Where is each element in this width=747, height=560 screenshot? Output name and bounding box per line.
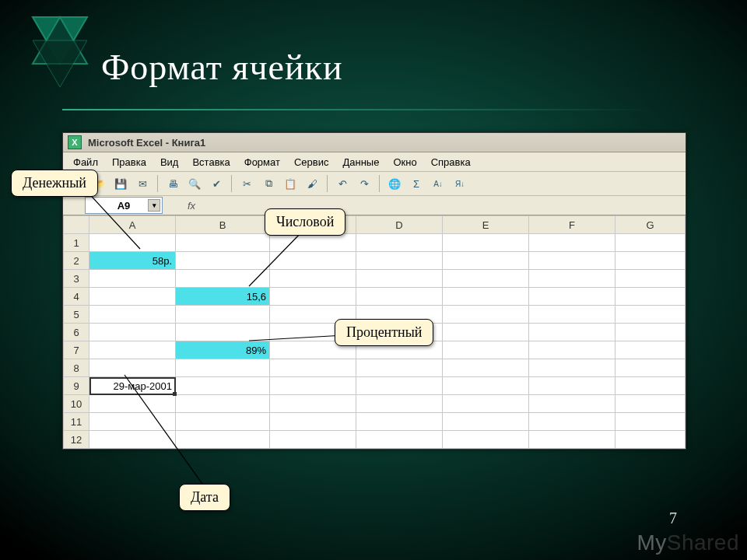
cell-C10[interactable] — [270, 395, 356, 413]
cell-D8[interactable] — [356, 359, 443, 377]
cell-C8[interactable] — [270, 359, 356, 377]
cell-C2[interactable] — [270, 252, 356, 270]
cell-A1[interactable] — [89, 234, 176, 252]
cell-F12[interactable] — [529, 431, 615, 449]
excel-menubar[interactable]: Файл Правка Вид Вставка Формат Сервис Да… — [63, 152, 686, 172]
cell-A5[interactable] — [89, 306, 176, 324]
cell-F1[interactable] — [529, 234, 615, 252]
col-header-D[interactable]: D — [356, 216, 443, 234]
cell-G3[interactable] — [615, 270, 686, 288]
save-icon[interactable]: 💾 — [111, 174, 130, 193]
cell-C9[interactable] — [270, 377, 356, 395]
menu-format[interactable]: Формат — [237, 154, 287, 170]
cell-F11[interactable] — [529, 413, 615, 431]
cut-icon[interactable]: ✂ — [237, 174, 256, 193]
menu-data[interactable]: Данные — [335, 154, 386, 170]
cell-E3[interactable] — [443, 270, 529, 288]
cell-A9[interactable]: 29-мар-2001 — [89, 377, 176, 395]
cell-C4[interactable] — [270, 288, 356, 306]
cell-G6[interactable] — [615, 324, 686, 341]
cell-D4[interactable] — [356, 288, 443, 306]
autosum-icon[interactable]: Σ — [407, 174, 426, 193]
cell-D1[interactable] — [356, 234, 443, 252]
cell-E8[interactable] — [443, 359, 529, 377]
cell-C12[interactable] — [270, 431, 356, 449]
cell-F10[interactable] — [529, 395, 615, 413]
cell-B1[interactable] — [176, 234, 270, 252]
cell-F3[interactable] — [529, 270, 615, 288]
cell-G5[interactable] — [615, 306, 686, 324]
mail-icon[interactable]: ✉ — [133, 174, 152, 193]
cell-A3[interactable] — [89, 270, 176, 288]
fx-label[interactable]: fx — [188, 200, 195, 212]
cell-E11[interactable] — [443, 413, 529, 431]
redo-icon[interactable]: ↷ — [355, 174, 374, 193]
preview-icon[interactable]: 🔍 — [185, 174, 204, 193]
cell-F7[interactable] — [529, 341, 615, 359]
menu-window[interactable]: Окно — [386, 154, 423, 170]
cell-E12[interactable] — [443, 431, 529, 449]
select-all-corner[interactable] — [64, 216, 89, 234]
cell-C1[interactable] — [270, 234, 356, 252]
cell-B9[interactable] — [176, 377, 270, 395]
cell-A4[interactable] — [89, 288, 176, 306]
cell-E6[interactable] — [443, 324, 529, 341]
cell-A6[interactable] — [89, 324, 176, 341]
cell-G4[interactable] — [615, 288, 686, 306]
cell-B4[interactable]: 15,6 — [176, 288, 270, 306]
row-header-2[interactable]: 2 — [64, 252, 89, 270]
cell-B6[interactable] — [176, 324, 270, 341]
name-box-dropdown-icon[interactable]: ▾ — [148, 199, 160, 212]
cell-C3[interactable] — [270, 270, 356, 288]
cell-F6[interactable] — [529, 324, 615, 341]
row-header-11[interactable]: 11 — [64, 413, 89, 431]
row-header-9[interactable]: 9 — [64, 377, 89, 395]
cell-A7[interactable] — [89, 341, 176, 359]
cell-G7[interactable] — [615, 341, 686, 359]
paste-icon[interactable]: 📋 — [281, 174, 300, 193]
cell-D10[interactable] — [356, 395, 443, 413]
row-header-10[interactable]: 10 — [64, 395, 89, 413]
cell-G10[interactable] — [615, 395, 686, 413]
cell-C11[interactable] — [270, 413, 356, 431]
row-header-3[interactable]: 3 — [64, 270, 89, 288]
menu-help[interactable]: Справка — [424, 154, 478, 170]
cell-A8[interactable] — [89, 359, 176, 377]
hyperlink-icon[interactable]: 🌐 — [385, 174, 404, 193]
row-header-1[interactable]: 1 — [64, 234, 89, 252]
row-header-5[interactable]: 5 — [64, 306, 89, 324]
row-header-12[interactable]: 12 — [64, 431, 89, 449]
menu-view[interactable]: Вид — [153, 154, 186, 170]
cell-G11[interactable] — [615, 413, 686, 431]
cell-A11[interactable] — [89, 413, 176, 431]
cell-B11[interactable] — [176, 413, 270, 431]
sort-asc-icon[interactable]: А↓ — [429, 174, 447, 193]
cell-G1[interactable] — [615, 234, 686, 252]
print-icon[interactable]: 🖶 — [163, 174, 182, 193]
cell-G2[interactable] — [615, 252, 686, 270]
menu-service[interactable]: Сервис — [287, 154, 336, 170]
col-header-G[interactable]: G — [615, 216, 686, 234]
cell-E5[interactable] — [443, 306, 529, 324]
menu-file[interactable]: Файл — [66, 154, 105, 170]
row-header-7[interactable]: 7 — [64, 341, 89, 359]
cell-B10[interactable] — [176, 395, 270, 413]
name-box[interactable]: A9 ▾ — [85, 197, 163, 214]
cell-D3[interactable] — [356, 270, 443, 288]
col-header-B[interactable]: B — [176, 216, 270, 234]
cell-B12[interactable] — [176, 431, 270, 449]
cell-B2[interactable] — [176, 252, 270, 270]
cell-G9[interactable] — [615, 377, 686, 395]
row-header-4[interactable]: 4 — [64, 288, 89, 306]
cell-G8[interactable] — [615, 359, 686, 377]
cell-B7[interactable]: 89% — [176, 341, 270, 359]
spell-icon[interactable]: ✔ — [207, 174, 226, 193]
menu-insert[interactable]: Вставка — [185, 154, 237, 170]
cell-A10[interactable] — [89, 395, 176, 413]
sort-desc-icon[interactable]: Я↓ — [451, 174, 469, 193]
cell-E7[interactable] — [443, 341, 529, 359]
col-header-A[interactable]: A — [89, 216, 176, 234]
cell-F4[interactable] — [529, 288, 615, 306]
cell-D2[interactable] — [356, 252, 443, 270]
cell-A12[interactable] — [89, 431, 176, 449]
